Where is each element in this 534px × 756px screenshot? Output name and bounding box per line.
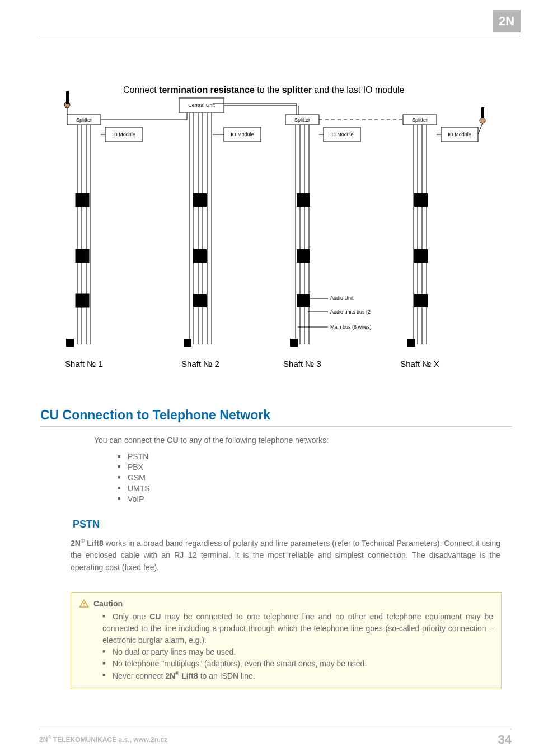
list-item: VoIP xyxy=(118,494,500,505)
io-module-label-2: IO Module xyxy=(231,132,254,137)
svg-rect-64 xyxy=(83,603,85,605)
io-module-label-x: IO Module xyxy=(448,132,471,137)
splitter-label-x: Splitter xyxy=(412,117,428,123)
bottom-divider xyxy=(39,729,512,729)
c4a: Never connect xyxy=(113,671,165,680)
c1b: may be connected to one telephone line a… xyxy=(102,612,493,645)
svg-rect-44 xyxy=(297,294,310,307)
svg-rect-29 xyxy=(193,294,207,307)
svg-rect-42 xyxy=(297,193,310,207)
svg-rect-15 xyxy=(66,339,74,347)
shaft-label-1: Shaft № 1 xyxy=(65,359,103,368)
splitter-label-1: Splitter xyxy=(76,117,92,123)
svg-rect-58 xyxy=(481,107,484,118)
shaft-label-3: Shaft № 3 xyxy=(283,359,321,368)
caution-header: Caution xyxy=(79,599,493,609)
svg-rect-27 xyxy=(193,193,207,207)
c1a: Only one xyxy=(113,612,149,621)
list-item: GSM xyxy=(118,473,500,483)
svg-text:2N: 2N xyxy=(499,14,514,28)
footer-2n: 2N xyxy=(39,736,48,744)
svg-rect-63 xyxy=(407,339,415,347)
svg-rect-14 xyxy=(76,294,89,307)
warning-icon xyxy=(79,599,89,609)
audio-unit-label: Audio Unit xyxy=(330,295,354,301)
page-number: 34 xyxy=(498,732,512,747)
io-module-label-3: IO Module xyxy=(330,132,354,137)
intro-bold: CU xyxy=(167,436,178,445)
svg-rect-28 xyxy=(193,249,207,263)
central-unit-label: Central Unit xyxy=(188,102,215,108)
pstn-body: works in a broad band regardless of pola… xyxy=(71,539,500,572)
list-item: No dual or party lines may be used. xyxy=(102,646,493,658)
list-item: Never connect 2N® Lift8 to an ISDN line. xyxy=(102,670,493,682)
audio-bus-label: Audio units bus (2 xyxy=(330,309,371,315)
shaft-label-x: Shaft № X xyxy=(400,359,439,368)
sub-heading-pstn: PSTN xyxy=(73,519,100,530)
c4b1: 2N xyxy=(165,671,175,680)
brand-logo: 2N xyxy=(493,10,521,32)
diagram: Splitter IO Module Centra xyxy=(45,78,493,386)
svg-rect-65 xyxy=(83,605,85,606)
svg-rect-12 xyxy=(76,193,89,207)
intro-seg1: You can connect the xyxy=(94,436,167,445)
svg-point-57 xyxy=(480,118,485,123)
intro-seg2: to any of the following telephone networ… xyxy=(179,436,329,445)
svg-rect-45 xyxy=(290,339,298,347)
c4b: to an ISDN line. xyxy=(198,671,255,680)
svg-rect-61 xyxy=(414,249,428,263)
list-item: PBX xyxy=(118,462,500,473)
pstn-paragraph: 2N® Lift8 works in a broad band regardle… xyxy=(71,536,500,574)
io-module-label-1: IO Module xyxy=(112,132,135,137)
list-item: No telephone "multiplugs" (adaptors), ev… xyxy=(102,658,493,670)
network-list: PSTN PBX GSM UMTS VoIP xyxy=(118,451,500,504)
svg-rect-62 xyxy=(414,294,428,307)
svg-rect-60 xyxy=(414,193,428,207)
list-item: UMTS xyxy=(118,483,500,494)
section-heading: CU Connection to Telephone Network xyxy=(40,408,512,427)
intro-block: You can connect the CU to any of the fol… xyxy=(94,435,500,505)
caution-label: Caution xyxy=(93,599,123,608)
top-divider xyxy=(39,36,521,36)
footer-rest: TELEKOMUNIKACE a.s., www.2n.cz xyxy=(51,736,168,744)
caution-list: Only one CU may be connected to one tele… xyxy=(102,611,493,682)
list-item: Only one CU may be connected to one tele… xyxy=(102,611,493,646)
shaft-label-2: Shaft № 2 xyxy=(181,359,219,368)
pstn-2n: 2N xyxy=(71,539,81,548)
svg-line-59 xyxy=(478,123,483,134)
svg-rect-43 xyxy=(297,249,310,263)
svg-rect-10 xyxy=(66,91,69,104)
list-item: PSTN xyxy=(118,451,500,462)
pstn-lift8: Lift8 xyxy=(85,539,104,548)
main-bus-label: Main bus (6 wires) xyxy=(330,324,372,330)
c1bold: CU xyxy=(149,612,161,621)
c4b2: Lift8 xyxy=(179,671,198,680)
svg-rect-30 xyxy=(184,339,191,347)
caution-box: Caution Only one CU may be connected to … xyxy=(71,592,502,689)
svg-rect-13 xyxy=(76,249,89,263)
splitter-label-3: Splitter xyxy=(294,117,310,123)
footer-text: 2N® TELEKOMUNIKACE a.s., www.2n.cz xyxy=(39,735,167,744)
